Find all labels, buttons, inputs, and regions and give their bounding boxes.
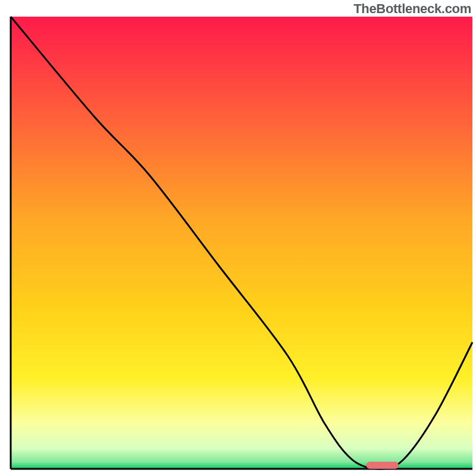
optimal-marker bbox=[367, 462, 399, 469]
chart-container: { "watermark": "TheBottleneck.com", "cha… bbox=[0, 0, 476, 476]
bottleneck-chart bbox=[0, 0, 476, 476]
plot-background bbox=[11, 17, 472, 469]
